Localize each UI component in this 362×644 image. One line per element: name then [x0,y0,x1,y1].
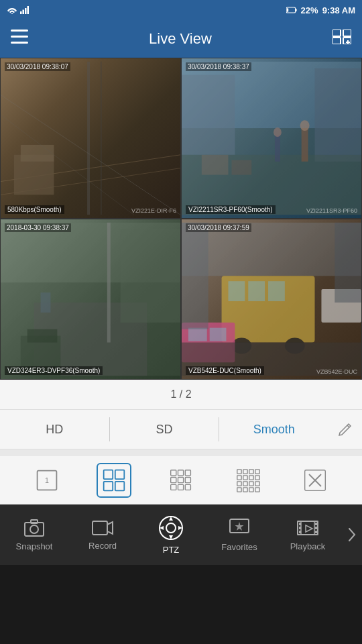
edit-icon [338,422,353,437]
playback-icon [296,519,319,537]
grid-4-button[interactable] [97,463,131,498]
page-title: Live View [149,30,212,48]
quality-hd[interactable]: HD [0,410,109,449]
svg-rect-8 [11,30,28,32]
svg-rect-1 [20,11,22,14]
grid-1-button[interactable]: 1 [29,463,64,498]
quality-sd[interactable]: SD [110,410,219,449]
svg-rect-112 [299,531,301,533]
svg-rect-3 [25,8,27,14]
favorites-icon [229,518,250,538]
svg-rect-82 [249,476,253,480]
chevron-right-icon [348,527,356,542]
svg-rect-89 [243,488,247,492]
page-indicator: 1 / 2 [0,380,362,409]
nav-record[interactable]: Record [68,504,137,565]
top-bar: Live View [0,20,362,58]
camera-cell-4[interactable]: 30/03/2018 09:37:59 VZB542E-DUC(Smooth) … [181,219,362,380]
grid-16-button[interactable] [231,463,265,498]
svg-point-0 [11,13,13,14]
status-bar: 22% 9:38 AM [0,0,362,20]
svg-rect-22 [21,145,54,162]
svg-point-96 [30,525,38,533]
svg-rect-23 [87,62,90,215]
nav-favorites[interactable]: Favorites [205,504,274,565]
svg-rect-84 [237,482,241,486]
svg-rect-85 [243,482,247,486]
snapshot-label: Snapshot [16,541,53,551]
menu-button[interactable] [11,30,28,48]
nav-more-button[interactable] [342,504,362,565]
camera-4-label: VZB542E-DUC(Smooth) [186,366,264,375]
svg-rect-64 [115,470,125,480]
playback-label: Playback [290,541,326,551]
camera-2-timestamp: 30/03/2018 09:38:37 [186,62,251,71]
svg-rect-72 [185,478,190,483]
svg-rect-110 [299,523,301,525]
camera-feed-2 [182,58,361,218]
svg-point-33 [300,120,310,131]
quality-edit-button[interactable] [328,422,362,437]
camera-cell-2[interactable]: 30/03/2018 09:38:37 VZI2211SR3-PF60(Smoo… [181,58,362,219]
svg-rect-36 [202,155,229,175]
svg-rect-30 [315,68,361,162]
quality-bar: HD SD Smooth [0,409,362,449]
camera-2-model: VZI2211SR3-PF60 [306,207,357,214]
snapshot-icon [23,519,45,537]
svg-rect-91 [255,488,259,492]
nav-playback[interactable]: Playback [274,504,342,565]
battery-percent: 22% [301,5,318,15]
svg-marker-106 [235,522,244,531]
svg-rect-111 [299,527,301,529]
page-display: 1 / 2 [170,388,191,400]
time-display: 9:38 AM [322,5,355,15]
grid-9-button[interactable] [164,463,198,498]
svg-rect-76 [237,470,241,474]
wifi-icon [7,6,17,14]
layout-button[interactable] [333,30,351,48]
quality-smooth[interactable]: Smooth [219,410,328,449]
svg-rect-74 [178,484,184,490]
svg-rect-9 [11,36,28,38]
svg-rect-67 [171,470,176,476]
svg-rect-58 [335,223,361,303]
svg-point-35 [274,127,282,137]
svg-rect-65 [104,482,113,491]
spacer-1 [0,449,362,456]
svg-point-100 [166,523,176,533]
status-right: 22% 9:38 AM [286,5,355,15]
svg-rect-78 [249,470,253,474]
camera-4-model: VZB542E-DUC [316,368,357,375]
nav-ptz[interactable]: PTZ [137,504,205,565]
camera-grid: 30/03/2018 09:38:07 580Kbps(Smooth) VZI2… [0,58,362,380]
svg-rect-49 [248,281,265,301]
svg-rect-55 [210,328,227,341]
grid-custom-button[interactable] [298,463,333,498]
camera-4-timestamp: 30/03/2018 09:37:59 [186,223,251,232]
svg-rect-11 [333,30,341,36]
svg-line-60 [347,425,349,427]
camera-cell-3[interactable]: 2018-03-30 09:38:37 VZD324ER3-DVPF36(Smo… [0,219,181,380]
svg-rect-48 [228,281,245,301]
nav-snapshot[interactable]: Snapshot [0,504,68,565]
ptz-label: PTZ [163,545,180,555]
svg-rect-114 [315,527,317,529]
svg-rect-87 [255,482,259,486]
record-icon [91,519,114,537]
svg-rect-98 [93,521,107,535]
svg-rect-45 [27,329,58,343]
camera-feed-4 [182,219,361,379]
camera-cell-1[interactable]: 30/03/2018 09:38:07 580Kbps(Smooth) VZI2… [0,58,181,219]
grid-selector: 1 [0,456,362,504]
svg-rect-12 [343,30,351,36]
svg-rect-113 [315,523,317,525]
camera-3-timestamp: 2018-03-30 09:38:37 [5,223,71,232]
svg-rect-66 [115,482,125,491]
svg-rect-29 [182,75,235,155]
svg-rect-13 [333,38,341,44]
svg-rect-43 [107,223,111,343]
camera-feed-3 [1,219,180,379]
svg-rect-42 [121,229,180,323]
camera-3-label: VZD324ER3-DVPF36(Smooth) [5,366,103,375]
camera-feed-1 [1,58,180,218]
